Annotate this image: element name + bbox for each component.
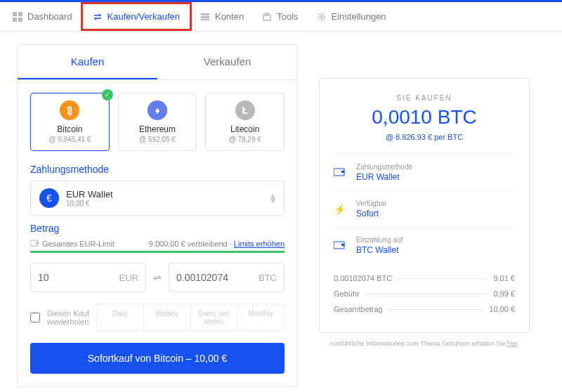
limit-progress-bar: [30, 251, 285, 253]
chevron-updown-icon: ▴▾: [270, 193, 275, 203]
price-total-value: 10,00 €: [489, 305, 515, 313]
nav-buysell-label: Kaufen/Verkaufen: [107, 11, 180, 22]
bitcoin-icon: ₿: [60, 100, 79, 120]
dots-divider: [398, 278, 488, 279]
gear-icon: [317, 12, 327, 22]
svg-rect-15: [341, 244, 344, 246]
swap-icon[interactable]: ⇌: [153, 272, 162, 283]
coin-litecoin[interactable]: Ł Litecoin @ 79,29 €: [205, 93, 285, 151]
svg-rect-5: [201, 16, 209, 18]
payment-wallet-name: EUR Wallet: [66, 189, 263, 200]
freq-monthly[interactable]: Monthly: [237, 304, 284, 331]
price-fee-label: Gebühr: [334, 289, 360, 298]
svg-rect-1: [18, 12, 22, 16]
euro-icon: €: [39, 188, 59, 208]
limit-label: Gesamtes EUR-Limit: [42, 240, 115, 248]
freq-weekly[interactable]: Weekly: [144, 304, 191, 331]
freq-biweekly[interactable]: Every two weeks: [191, 304, 238, 331]
coin-name: Bitcoin: [35, 124, 105, 134]
wallet-icon: [334, 240, 348, 251]
svg-rect-6: [201, 19, 209, 20]
eur-amount-box[interactable]: EUR: [30, 263, 146, 292]
payment-method-label: Zahlungsmethode: [30, 164, 285, 175]
nav-buysell[interactable]: Kaufen/Verkaufen: [81, 2, 192, 31]
nav-accounts[interactable]: Konten: [200, 11, 244, 22]
summary-deposit-value: BTC Wallet: [356, 245, 515, 255]
nav-tools-label: Tools: [277, 11, 298, 22]
coin-ethereum[interactable]: ♦ Ethereum @ 592,05 €: [118, 93, 197, 151]
coin-bitcoin[interactable]: ✓ ₿ Bitcoin @ 8.845,41 €: [30, 93, 110, 151]
svg-rect-13: [341, 171, 344, 173]
dashboard-icon: [13, 12, 22, 22]
summary-title: SIE KAUFEN: [334, 94, 515, 102]
limit-remaining: 9.000,00 € verbleibend: [149, 240, 228, 248]
svg-rect-4: [201, 13, 209, 15]
coin-price: @ 8.845,41 €: [35, 136, 105, 143]
coin-price: @ 79,29 €: [210, 136, 280, 143]
summary-available-value: Sofort: [356, 209, 515, 218]
increase-limit-link[interactable]: Limits erhöhen: [234, 240, 285, 248]
nav-dashboard[interactable]: Dashboard: [13, 11, 72, 22]
buy-panel: Kaufen Verkaufen ✓ ₿ Bitcoin @ 8.845,41 …: [17, 44, 298, 387]
main-content: Kaufen Verkaufen ✓ ₿ Bitcoin @ 8.845,41 …: [0, 32, 562, 392]
nav-dashboard-label: Dashboard: [27, 11, 72, 22]
accounts-icon: [200, 12, 210, 22]
lightning-icon: ⚡: [334, 204, 348, 215]
tab-buy[interactable]: Kaufen: [18, 45, 157, 79]
eur-currency-label: EUR: [119, 273, 138, 283]
instant-buy-button[interactable]: Sofortkauf von Bitcoin – 10,00 €: [30, 343, 285, 374]
price-total-label: Gesamtbetrag: [334, 305, 383, 313]
nav-settings[interactable]: Einstellungen: [317, 11, 386, 22]
repeat-label: Diesen Kauf wiederholen: [47, 309, 89, 326]
wallet-icon: [30, 240, 39, 248]
coin-selector: ✓ ₿ Bitcoin @ 8.845,41 € ♦ Ethereum @ 59…: [30, 93, 285, 151]
nav-accounts-label: Konten: [215, 11, 244, 22]
btc-amount-input[interactable]: [176, 272, 259, 283]
coin-name: Ethereum: [123, 124, 192, 134]
btc-amount-box[interactable]: BTC: [169, 263, 285, 292]
tab-sell[interactable]: Verkaufen: [157, 45, 297, 79]
exchange-icon: [93, 12, 103, 22]
top-nav: Dashboard Kaufen/Verkaufen Konten Tools …: [0, 2, 562, 32]
nav-settings-label: Einstellungen: [332, 11, 386, 22]
nav-tools[interactable]: Tools: [262, 11, 298, 22]
summary-payment-label: Zahlungsmethode: [356, 163, 515, 171]
repeat-checkbox[interactable]: [30, 313, 40, 322]
litecoin-icon: Ł: [235, 100, 255, 120]
amount-label: Betrag: [30, 223, 285, 234]
price-fee-value: 0,99 €: [493, 289, 515, 298]
svg-point-9: [320, 15, 323, 18]
btc-currency-label: BTC: [259, 273, 277, 283]
fee-info-link[interactable]: hier: [507, 340, 518, 347]
svg-rect-0: [13, 12, 17, 16]
buy-sell-tabs: Kaufen Verkaufen: [18, 45, 297, 80]
coin-name: Litecoin: [210, 124, 280, 134]
coin-price: @ 592,05 €: [123, 136, 192, 143]
summary-available-label: Verfügbar: [356, 200, 515, 207]
summary-rate: @ 8.826,93 € per BTC: [334, 133, 515, 141]
price-btc-value: 9,01 €: [493, 274, 515, 282]
dots-divider: [388, 309, 484, 310]
ethereum-icon: ♦: [148, 100, 167, 120]
payment-wallet-balance: 10,00 €: [66, 200, 263, 207]
check-icon: ✓: [102, 89, 113, 100]
summary-payment-value: EUR Wallet: [356, 172, 515, 182]
summary-panel: SIE KAUFEN 0,0010 BTC @ 8.826,93 € per B…: [319, 78, 530, 387]
payment-method-select[interactable]: € EUR Wallet 10,00 € ▴▾: [30, 181, 285, 216]
fee-footnote: Ausführliche Informationen zum Thema Geb…: [319, 340, 530, 347]
dots-divider: [365, 294, 488, 294]
eur-amount-input[interactable]: [38, 272, 119, 283]
summary-deposit-label: Einzahlung auf: [356, 236, 515, 244]
freq-daily[interactable]: Daily: [97, 304, 144, 331]
svg-rect-3: [18, 18, 22, 22]
price-btc-label: 0,00102074 BTC: [334, 274, 392, 282]
wallet-icon: [334, 167, 348, 178]
tools-icon: [262, 12, 272, 22]
svg-rect-2: [13, 18, 17, 22]
svg-rect-11: [36, 242, 38, 244]
summary-amount: 0,0010 BTC: [334, 106, 515, 129]
